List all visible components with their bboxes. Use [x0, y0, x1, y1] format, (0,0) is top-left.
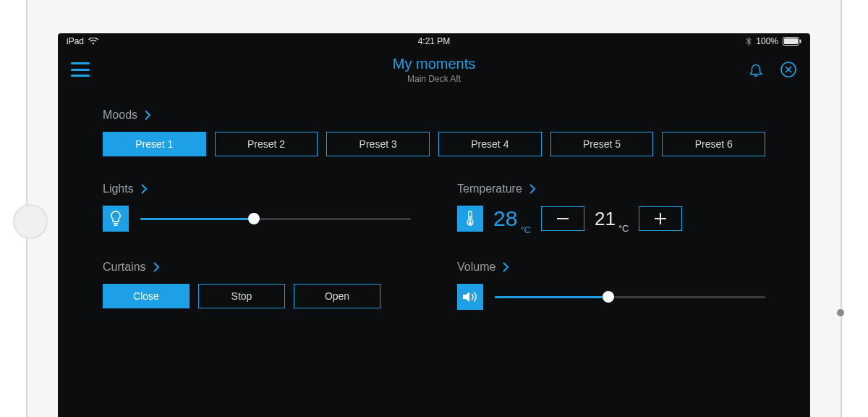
thermometer-icon: [465, 210, 475, 227]
temp-increase-button[interactable]: [639, 206, 682, 231]
curtains-section-header[interactable]: Curtains: [103, 261, 411, 274]
battery-percent: 100%: [756, 36, 778, 46]
temp-decrease-button[interactable]: [541, 206, 584, 231]
temperature-icon-button[interactable]: [457, 206, 483, 232]
slider-fill: [495, 296, 608, 298]
svg-rect-5: [114, 225, 118, 227]
slider-fill: [140, 218, 254, 220]
preset-button-2[interactable]: Preset 2: [215, 132, 318, 156]
preset-button-3[interactable]: Preset 3: [326, 132, 430, 156]
temperature-section-header[interactable]: Temperature: [457, 182, 765, 195]
setpoint-temp-unit: °C: [618, 223, 629, 234]
close-icon[interactable]: [780, 61, 797, 78]
chevron-right-icon: [153, 262, 160, 272]
curtains-close-button[interactable]: Close: [103, 284, 190, 308]
wifi-icon: [88, 38, 98, 45]
header-title-block: My moments Main Deck Aft: [393, 56, 475, 84]
page-title: My moments: [393, 56, 475, 72]
side-sensor: [837, 309, 844, 316]
chevron-right-icon: [141, 184, 148, 194]
minus-icon: [557, 218, 569, 219]
volume-section-header[interactable]: Volume: [457, 261, 765, 274]
preset-button-4[interactable]: Preset 4: [438, 132, 542, 156]
chevron-right-icon: [503, 262, 509, 272]
preset-button-5[interactable]: Preset 5: [550, 132, 654, 156]
moods-section-header[interactable]: Moods: [103, 109, 765, 122]
curtains-stop-button[interactable]: Stop: [198, 284, 285, 308]
lights-slider[interactable]: [140, 206, 411, 232]
menu-button[interactable]: [71, 62, 90, 77]
svg-rect-4: [114, 223, 118, 224]
moods-label: Moods: [103, 109, 137, 122]
svg-rect-2: [800, 40, 801, 43]
chevron-right-icon: [529, 184, 536, 194]
svg-point-6: [469, 222, 472, 224]
lights-section-header[interactable]: Lights: [103, 182, 411, 195]
bluetooth-icon: [746, 37, 752, 46]
ipad-frame: iPad 4:21 PM 100% My mom: [26, 0, 842, 417]
svg-rect-1: [784, 38, 798, 44]
notifications-icon[interactable]: [748, 62, 764, 77]
bulb-icon: [109, 211, 122, 227]
svg-rect-7: [469, 216, 470, 222]
preset-button-6[interactable]: Preset 6: [662, 132, 765, 156]
app-screen: iPad 4:21 PM 100% My mom: [58, 33, 810, 417]
svg-rect-10: [655, 218, 666, 219]
ios-status-bar: iPad 4:21 PM 100%: [58, 33, 810, 49]
device-label: iPad: [67, 36, 84, 46]
temperature-label: Temperature: [457, 182, 522, 195]
home-button[interactable]: [13, 204, 48, 239]
preset-button-1[interactable]: Preset 1: [103, 132, 206, 156]
svg-rect-8: [557, 218, 569, 219]
chevron-right-icon: [145, 110, 151, 120]
current-temp-value: 28: [493, 206, 517, 231]
clock: 4:21 PM: [418, 36, 451, 46]
plus-icon: [655, 213, 666, 224]
slider-thumb[interactable]: [248, 213, 260, 224]
light-toggle-button[interactable]: [103, 206, 129, 232]
current-temp-unit: °C: [520, 224, 531, 235]
curtains-label: Curtains: [103, 261, 146, 274]
volume-mute-button[interactable]: [457, 284, 483, 310]
moods-preset-row: Preset 1 Preset 2 Preset 3 Preset 4 Pres…: [103, 132, 765, 156]
volume-label: Volume: [457, 261, 495, 274]
app-header: My moments Main Deck Aft: [58, 49, 810, 90]
setpoint-temp-value: 21: [595, 208, 616, 230]
curtains-open-button[interactable]: Open: [294, 284, 380, 308]
page-subtitle: Main Deck Aft: [393, 74, 475, 84]
slider-thumb[interactable]: [603, 291, 614, 303]
speaker-icon: [462, 290, 478, 303]
battery-icon: [783, 37, 801, 46]
curtains-button-row: Close Stop Open: [103, 284, 411, 308]
volume-slider[interactable]: [495, 284, 765, 310]
lights-label: Lights: [103, 182, 134, 195]
